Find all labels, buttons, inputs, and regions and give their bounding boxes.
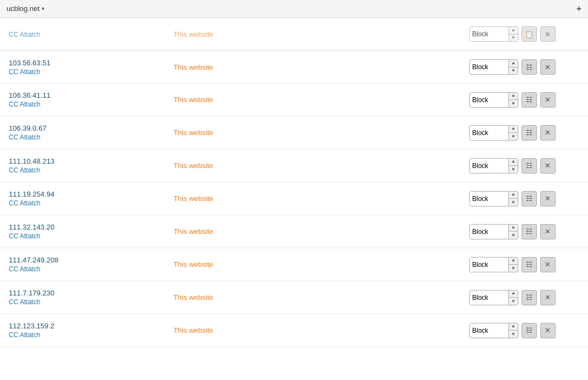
action-col: Block ▲ ▼ ☷ ✕ — [469, 224, 579, 239]
block-select-wrapper[interactable]: Block ▲ ▼ — [469, 224, 518, 239]
website-text: This website — [173, 161, 213, 170]
spinner-up[interactable]: ▲ — [509, 158, 518, 166]
spinner-buttons: ▲ ▼ — [508, 290, 518, 305]
action-col: Block ▲ ▼ ☷ ✕ — [469, 191, 579, 206]
block-select-wrapper[interactable]: Block ▲ ▼ — [469, 191, 518, 206]
site-dropdown-arrow[interactable]: ▾ — [42, 5, 44, 12]
spinner-buttons: ▲ ▼ — [508, 92, 518, 108]
block-select-wrapper[interactable]: Block ▲ ▼ — [469, 158, 518, 174]
doc-button[interactable]: ☷ — [522, 158, 537, 174]
spinner-up[interactable]: ▲ — [509, 257, 518, 265]
action-col: Block ▲ ▼ ☷ ✕ — [469, 257, 579, 272]
action-col: Block ▲ ▼ ☷ ✕ — [469, 290, 579, 305]
doc-button[interactable]: ☷ — [522, 257, 537, 272]
spinner-up[interactable]: ▲ — [509, 224, 518, 232]
spinner-down[interactable]: ▼ — [509, 68, 518, 75]
action-col: Block ▲ ▼ ☷ ✕ — [469, 323, 579, 338]
spinner-buttons: ▲ ▼ — [508, 158, 518, 174]
ip-label: CC Attatch — [9, 265, 173, 273]
doc-button[interactable]: ☷ — [522, 125, 537, 141]
website-col: This website — [173, 63, 469, 71]
website-col: This website — [173, 96, 469, 104]
block-select-wrapper[interactable]: Block ▲ ▼ — [469, 323, 518, 338]
ip-col: 106.39.0.67 CC Attatch — [9, 124, 173, 141]
delete-button[interactable]: ✕ — [540, 158, 556, 174]
ip-address: 111.32.143.20 — [9, 223, 173, 231]
ip-col: 111.7.179.230 CC Attatch — [9, 289, 173, 306]
ip-address: 103.56.63.51 — [9, 59, 173, 67]
block-select-wrapper[interactable]: Block ▲ ▼ — [469, 125, 518, 141]
spinner-down[interactable]: ▼ — [509, 331, 518, 338]
block-select-wrapper[interactable]: Block ▲ ▼ — [469, 257, 518, 272]
spinner-up[interactable]: ▲ — [509, 290, 518, 298]
block-select[interactable]: Block — [470, 323, 508, 338]
spinner-buttons: ▲ ▼ — [508, 26, 518, 42]
block-select[interactable]: Block — [470, 290, 508, 305]
website-col: This website — [173, 128, 469, 137]
block-select-wrapper[interactable]: Block ▲ ▼ — [469, 59, 518, 75]
spinner-up[interactable]: ▲ — [509, 191, 518, 199]
ip-col: 111.19.254.94 CC Attatch — [9, 190, 173, 207]
spinner-up[interactable]: ▲ — [509, 92, 518, 100]
doc-button[interactable]: ☷ — [522, 224, 537, 239]
table-row: 106.36.41.11 CC Attatch This website Blo… — [0, 83, 588, 116]
doc-button[interactable]: ☷ — [522, 92, 537, 108]
action-col: Block ▲ ▼ ☷ ✕ — [469, 125, 579, 141]
block-select-wrapper[interactable]: Block ▲ ▼ — [469, 290, 518, 305]
delete-button[interactable]: ✕ — [540, 290, 556, 305]
doc-button[interactable]: ☷ — [522, 323, 537, 338]
ip-address: 106.39.0.67 — [9, 124, 173, 132]
table-row: 111.19.254.94 CC Attatch This website Bl… — [0, 182, 588, 215]
website-text: This website — [173, 63, 213, 71]
table-row: CC Attatch This website Block ▲ ▼ 📋 ✕ — [0, 18, 588, 51]
spinner-down[interactable]: ▼ — [509, 35, 518, 42]
block-select-wrapper[interactable]: Block ▲ ▼ — [469, 92, 518, 108]
website-col: This website — [173, 326, 469, 334]
doc-button[interactable]: 📋 — [522, 26, 537, 42]
delete-button[interactable]: ✕ — [540, 26, 556, 42]
spinner-down[interactable]: ▼ — [509, 133, 518, 141]
delete-button[interactable]: ✕ — [540, 59, 556, 75]
website-text: This website — [173, 293, 213, 301]
block-select[interactable]: Block — [470, 26, 508, 42]
ip-label: CC Attatch — [9, 298, 173, 306]
block-select[interactable]: Block — [470, 191, 508, 206]
block-select[interactable]: Block — [470, 125, 508, 141]
ip-label: CC Attatch — [9, 232, 173, 240]
delete-button[interactable]: ✕ — [540, 323, 556, 338]
add-button[interactable]: + — [576, 4, 581, 14]
delete-button[interactable]: ✕ — [540, 224, 556, 239]
block-select[interactable]: Block — [470, 224, 508, 239]
block-select[interactable]: Block — [470, 59, 508, 75]
delete-button[interactable]: ✕ — [540, 257, 556, 272]
doc-button[interactable]: ☷ — [522, 290, 537, 305]
block-select[interactable]: Block — [470, 92, 508, 108]
doc-button[interactable]: ☷ — [522, 59, 537, 75]
spinner-down[interactable]: ▼ — [509, 199, 518, 206]
spinner-down[interactable]: ▼ — [509, 166, 518, 174]
ip-col: 111.47.249.208 CC Attatch — [9, 256, 173, 273]
spinner-up[interactable]: ▲ — [509, 125, 518, 133]
ip-col: 103.56.63.51 CC Attatch — [9, 59, 173, 76]
spinner-down[interactable]: ▼ — [509, 232, 518, 239]
ip-col: 112.123.159.2 CC Attatch — [9, 322, 173, 339]
spinner-up[interactable]: ▲ — [509, 26, 518, 35]
ip-table: CC Attatch This website Block ▲ ▼ 📋 ✕ — [0, 18, 588, 51]
delete-button[interactable]: ✕ — [540, 125, 556, 141]
spinner-up[interactable]: ▲ — [509, 323, 518, 331]
block-select[interactable]: Block — [470, 158, 508, 174]
spinner-down[interactable]: ▼ — [509, 298, 518, 305]
spinner-down[interactable]: ▼ — [509, 100, 518, 108]
doc-button[interactable]: ☷ — [522, 191, 537, 206]
block-select[interactable]: Block — [470, 257, 508, 272]
ip-address: 111.47.249.208 — [9, 256, 173, 264]
ip-label: CC Attatch — [9, 199, 173, 207]
spinner-up[interactable]: ▲ — [509, 59, 518, 68]
delete-button[interactable]: ✕ — [540, 92, 556, 108]
block-select-wrapper[interactable]: Block ▲ ▼ — [469, 26, 518, 42]
delete-button[interactable]: ✕ — [540, 191, 556, 206]
site-name-area[interactable]: ucblog.net ▾ — [7, 4, 44, 13]
spinner-down[interactable]: ▼ — [509, 265, 518, 272]
ip-address: 111.19.254.94 — [9, 190, 173, 198]
ip-label: CC Attatch — [9, 100, 173, 108]
